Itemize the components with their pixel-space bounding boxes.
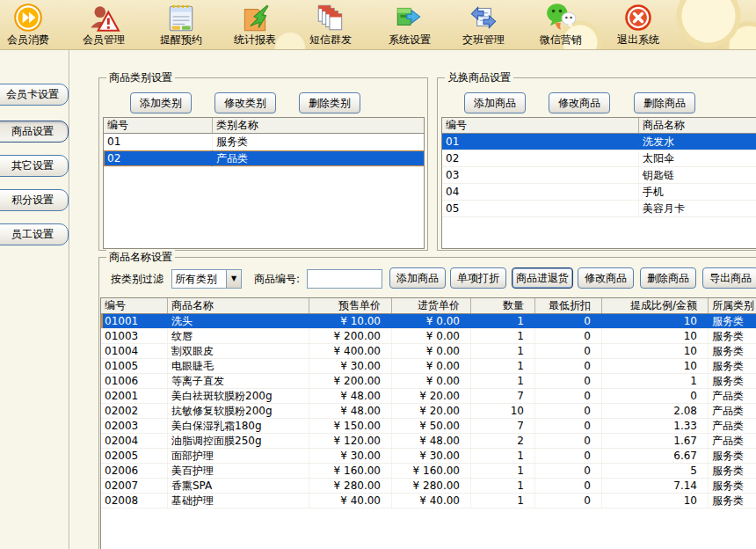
table-row[interactable]: 02005面部护理¥ 30.00¥ 30.00106.67服务类	[101, 449, 756, 464]
cell: 服务类	[709, 314, 756, 328]
chevron-down-icon[interactable]: ▼	[226, 270, 241, 288]
column-header[interactable]: 类别名称	[213, 118, 425, 133]
column-header[interactable]: 商品名称	[168, 298, 309, 313]
app-window: { "colors": { "selection_blue": "#1062d2…	[0, 0, 756, 549]
table-row[interactable]: 02006美百护理¥ 160.00¥ 160.00105服务类	[101, 464, 756, 479]
sidebar-item-product-settings[interactable]: 商品设置	[0, 121, 69, 143]
toolbar-item-reminder-appointment[interactable]: 提醒预约	[153, 2, 209, 48]
table-row[interactable]: 02太阳伞	[442, 150, 756, 167]
column-header[interactable]: 编号	[104, 118, 213, 133]
table-row[interactable]: 02003美白保湿乳霜180g¥ 150.00¥ 50.00701.33产品类	[101, 419, 756, 434]
sidebar-item-label: 会员卡设置	[6, 88, 59, 100]
cell: 服务类	[709, 359, 756, 373]
table-row[interactable]: 01003纹唇¥ 200.00¥ 0.001010服务类	[101, 329, 756, 344]
table-row[interactable]: 01001洗头¥ 10.00¥ 0.001010服务类	[101, 314, 756, 329]
cell: 手机	[639, 184, 756, 200]
table-row[interactable]: 02001美白祛斑软膜粉200g¥ 48.00¥ 20.00700产品类	[101, 389, 756, 404]
cell: 产品类	[709, 389, 756, 403]
toolbar-item-stats-report[interactable]: 统计报表	[227, 2, 283, 48]
table-header-row: 编号商品名称	[442, 118, 756, 134]
column-header[interactable]: 编号	[101, 298, 168, 313]
cell: 01	[104, 134, 213, 150]
cell: 产品类	[709, 434, 756, 448]
add-exchange-product-button[interactable]: 添加商品	[464, 92, 526, 113]
cell: 10	[602, 344, 709, 358]
table-row[interactable]: 02004油脂调控面膜250g¥ 120.00¥ 48.00201.67产品类	[101, 434, 756, 449]
cell: ¥ 200.00	[309, 374, 392, 388]
toolbar-item-shift-manage[interactable]: 交班管理	[455, 2, 512, 48]
table-row[interactable]: 02产品类	[104, 150, 425, 167]
cell: 0	[535, 404, 602, 418]
table-row[interactable]: 01006等离子直发¥ 200.00¥ 0.00101服务类	[101, 374, 756, 389]
cell: 纹唇	[168, 329, 309, 343]
cell: ¥ 0.00	[392, 374, 471, 388]
column-header[interactable]: 最低折扣	[535, 298, 602, 313]
column-header[interactable]: 提成比例/金额	[602, 298, 709, 313]
cell: 02	[442, 150, 639, 166]
column-header[interactable]: 商品名称	[639, 118, 756, 133]
toolbar-item-label: 短信群发	[302, 33, 359, 47]
cell: 7	[471, 419, 535, 433]
cell: ¥ 150.00	[309, 419, 392, 433]
cell: 0	[535, 374, 602, 388]
cell: 05	[442, 201, 639, 216]
cell: ¥ 0.00	[392, 359, 471, 373]
column-header[interactable]: 所属类别	[709, 298, 756, 313]
toolbar-item-member-consume[interactable]: 会员消费	[0, 2, 56, 48]
cell: 服务类	[709, 374, 756, 388]
edit-exchange-product-button[interactable]: 修改商品	[549, 92, 610, 113]
delete-product-button[interactable]: 删除商品	[640, 267, 696, 289]
table-row[interactable]: 01005电眼睫毛¥ 30.00¥ 0.001010服务类	[101, 359, 756, 374]
cell: 1	[471, 464, 535, 478]
table-body: 01服务类02产品类	[104, 134, 424, 167]
main-toolbar: 会员消费 会员管理 提醒预约 统计报表 短信群发 系统设置 交班管理	[0, 0, 756, 50]
table-row[interactable]: 01洗发水	[442, 134, 756, 150]
cell: ¥ 120.00	[309, 434, 392, 448]
edit-category-button[interactable]: 修改类别	[214, 92, 276, 113]
column-header[interactable]: 预售单价	[309, 298, 392, 313]
toolbar-item-exit-system[interactable]: 退出系统	[610, 2, 666, 48]
toolbar-item-system-settings[interactable]: 系统设置	[382, 2, 438, 48]
table-row[interactable]: 03钥匙链	[442, 167, 756, 184]
add-category-button[interactable]: 添加类别	[130, 92, 192, 113]
table-row[interactable]: 02008基础护理¥ 40.00¥ 40.001010服务类	[101, 494, 756, 509]
column-header[interactable]: 数量	[471, 298, 535, 313]
cell: 1	[471, 374, 535, 388]
cell: 1	[471, 344, 535, 358]
toolbar-item-sms-bulk[interactable]: 短信群发	[302, 2, 359, 48]
delete-exchange-product-button[interactable]: 删除商品	[634, 92, 695, 113]
cell: 服务类	[709, 464, 756, 478]
product-code-input[interactable]	[307, 269, 382, 289]
sidebar-item-staff-settings[interactable]: 员工设置	[0, 223, 69, 245]
cell: 产品类	[213, 150, 425, 166]
sidebar-item-member-card-settings[interactable]: 会员卡设置	[0, 84, 69, 106]
table-row[interactable]: 05美容月卡	[442, 201, 756, 217]
cell: 服务类	[709, 479, 756, 493]
product-category-groupbox: 商品类别设置 添加类别 修改类别 删除类别 编号类别名称01服务类02产品类	[98, 77, 428, 251]
cell: 美容月卡	[639, 201, 756, 216]
column-header[interactable]: 编号	[442, 118, 639, 133]
export-product-button[interactable]: 导出商品	[702, 267, 756, 289]
sidebar-item-points-settings[interactable]: 积分设置	[0, 189, 69, 211]
add-product-button[interactable]: 添加商品	[389, 267, 446, 289]
table-row[interactable]: 01服务类	[104, 134, 425, 150]
cell: 割双眼皮	[168, 344, 309, 358]
edit-product-button[interactable]: 修改商品	[578, 267, 634, 289]
table-row[interactable]: 04手机	[442, 184, 756, 201]
single-discount-button[interactable]: 单项打折	[450, 267, 506, 289]
product-table: 编号商品名称预售单价进货单价数量最低折扣提成比例/金额所属类别01001洗头¥ …	[100, 297, 756, 549]
table-header-row: 编号类别名称	[104, 118, 425, 134]
cell: 10	[602, 494, 709, 508]
table-row[interactable]: 01004割双眼皮¥ 400.00¥ 0.001010服务类	[101, 344, 756, 359]
toolbar-item-wechat-marketing[interactable]: 微信营销	[533, 2, 589, 48]
delete-category-button[interactable]: 删除类别	[299, 92, 360, 113]
table-row[interactable]: 02002抗敏修复软膜粉200g¥ 48.00¥ 20.001002.08产品类	[101, 404, 756, 419]
category-filter-select[interactable]: 所有类别 ▼	[171, 269, 242, 289]
table-row[interactable]: 02007香熏SPA¥ 280.00¥ 280.00107.14服务类	[101, 479, 756, 494]
sidebar-item-other-settings[interactable]: 其它设置	[0, 155, 69, 177]
toolbar-item-member-manage[interactable]: 会员管理	[76, 2, 132, 48]
product-in-out-button[interactable]: 商品进退货	[512, 267, 573, 289]
toolbar-item-label: 会员管理	[76, 33, 132, 47]
column-header[interactable]: 进货单价	[392, 298, 471, 313]
cell: 服务类	[709, 329, 756, 343]
